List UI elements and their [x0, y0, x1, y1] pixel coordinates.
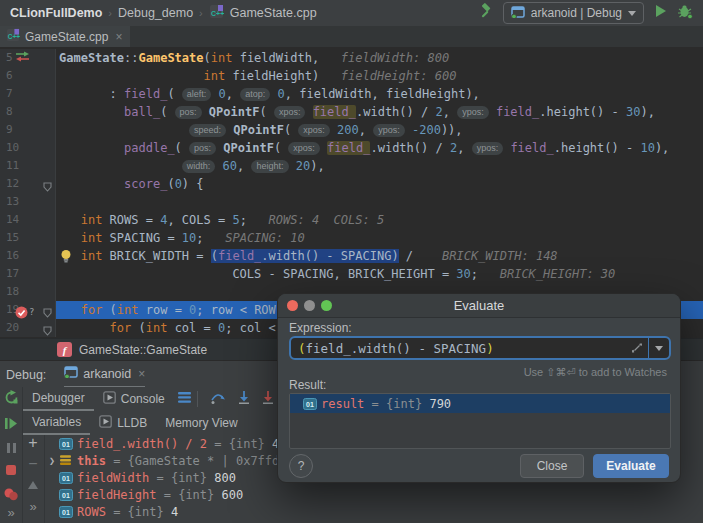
close-session-icon[interactable]: ×	[138, 367, 145, 381]
tab-console[interactable]: Console	[94, 387, 174, 411]
step-into-icon[interactable]	[238, 391, 250, 407]
pause-icon[interactable]	[0, 442, 22, 454]
variable-row[interactable]: 01ROWS = {int} 4	[45, 503, 703, 520]
result-row[interactable]: 01 result = {int} 790	[290, 394, 670, 413]
code-line-6[interactable]: 6 int fieldHeight) fieldHeight: 600	[0, 67, 703, 85]
gutter[interactable]: 20	[0, 319, 56, 337]
tab-lldb-label: LLDB	[117, 416, 147, 430]
code-text[interactable]: int BRICK_WIDTH = (field_.width() - SPAC…	[56, 247, 703, 265]
debug-button[interactable]	[677, 4, 693, 23]
gutter[interactable]: 7	[0, 85, 56, 103]
code-line-5[interactable]: 5GameState::GameState(int fieldWidth, fi…	[0, 49, 703, 67]
view-breakpoints-icon[interactable]	[0, 487, 22, 501]
run-button[interactable]	[654, 4, 667, 22]
step-over-icon[interactable]	[210, 391, 226, 407]
code-text[interactable]	[56, 193, 703, 211]
navigate-arrows-icon[interactable]	[15, 51, 30, 62]
rerun-icon[interactable]	[0, 390, 22, 405]
resume-icon[interactable]	[0, 417, 22, 430]
cpp-file-icon: C++	[209, 4, 224, 22]
code-line-10[interactable]: 10 paddle_( pos: QPointF( xpos: field_.w…	[0, 139, 703, 157]
zoom-window-icon[interactable]	[321, 300, 332, 311]
code-line-14[interactable]: 14 int ROWS = 4, COLS = 5; ROWS: 4 COLS:…	[0, 211, 703, 229]
code-text[interactable]: : field_( aleft: 0, atop: 0, fieldWidth,…	[56, 85, 703, 103]
code-text[interactable]: paddle_( pos: QPointF( xpos: field_.widt…	[56, 139, 703, 157]
breadcrumb-function[interactable]: GameState::GameState	[79, 343, 207, 357]
force-step-into-icon[interactable]	[262, 391, 274, 407]
gutter[interactable]: 13	[0, 193, 56, 211]
expression-input[interactable]: (field_.width() - SPACING)	[289, 336, 671, 360]
help-button[interactable]: ?	[289, 454, 313, 478]
gutter[interactable]: 11	[0, 157, 56, 175]
variable-row[interactable]: 01fieldHeight = {int} 600	[45, 486, 703, 503]
code-text[interactable]: width: 60, height: 20),	[56, 157, 703, 175]
tab-variables[interactable]: Variables	[23, 411, 90, 435]
gutter[interactable]: 6	[0, 67, 56, 85]
code-text[interactable]: int ROWS = 4, COLS = 5; ROWS: 4 COLS: 5	[56, 211, 703, 229]
dialog-title-bar[interactable]: Evaluate	[278, 294, 680, 318]
more-chevrons-icon[interactable]: »	[22, 499, 44, 514]
value-01-icon: 01	[59, 489, 77, 501]
breadcrumb-file[interactable]: GameState.cpp	[230, 6, 317, 20]
tab-lldb[interactable]: LLDB	[90, 411, 156, 435]
close-button[interactable]: Close	[520, 454, 584, 478]
layout-settings-icon[interactable]	[178, 392, 191, 406]
debug-session-tab[interactable]: arkanoid ×	[64, 361, 145, 388]
gutter[interactable]: 12	[0, 175, 56, 193]
close-window-icon[interactable]	[287, 300, 298, 311]
remove-watch-minus-icon[interactable]: −	[22, 455, 44, 473]
code-text[interactable]: score_(0) {	[56, 175, 703, 193]
gutter[interactable]: 5	[0, 49, 56, 67]
code-line-7[interactable]: 7 : field_( aleft: 0, atop: 0, fieldWidt…	[0, 85, 703, 103]
gutter[interactable]: 9	[0, 121, 56, 139]
expression-history-dropdown[interactable]	[649, 346, 669, 351]
stop-icon[interactable]	[0, 464, 22, 476]
svg-text:01: 01	[306, 400, 314, 407]
gutter[interactable]: 19?	[0, 301, 56, 319]
code-line-15[interactable]: 15 int SPACING = 10; SPACING: 10	[0, 229, 703, 247]
code-line-12[interactable]: 12 score_(0) {	[0, 175, 703, 193]
build-hammer-icon[interactable]	[477, 3, 493, 23]
tab-memory-view[interactable]: Memory View	[156, 411, 246, 435]
code-text[interactable]: ball_( pos: QPointF( xpos: field_.width(…	[56, 103, 703, 121]
run-configuration-select[interactable]: arkanoid | Debug	[503, 2, 644, 24]
code-line-11[interactable]: 11 width: 60, height: 20),	[0, 157, 703, 175]
code-line-13[interactable]: 13	[0, 193, 703, 211]
expand-expression-icon[interactable]	[631, 338, 643, 358]
code-text[interactable]: int fieldHeight) fieldHeight: 600	[56, 67, 703, 85]
close-tab-icon[interactable]: ×	[115, 30, 122, 44]
gutter[interactable]: 14	[0, 211, 56, 229]
tab-debugger-label: Debugger	[32, 391, 85, 405]
line-number: 14	[6, 211, 19, 229]
result-tree[interactable]: 01 result = {int} 790	[289, 393, 671, 449]
gutter[interactable]: 16	[0, 247, 56, 265]
gutter[interactable]: 8	[0, 103, 56, 121]
code-line-8[interactable]: 8 ball_( pos: QPointF( xpos: field_.widt…	[0, 103, 703, 121]
gutter[interactable]: 15	[0, 229, 56, 247]
code-text[interactable]: COLS - SPACING, BRICK_HEIGHT = 30; BRICK…	[56, 265, 703, 283]
chevron-right-icon[interactable]: ❯	[45, 455, 59, 466]
line-number: 12	[6, 175, 19, 193]
tab-debugger[interactable]: Debugger	[23, 387, 94, 411]
code-text[interactable]: speed: QPointF( xpos: 200, ypos: -200)),	[56, 121, 703, 139]
breadcrumb-folder[interactable]: Debug_demo	[118, 6, 193, 20]
breadcrumb-project[interactable]: CLionFullDemo	[10, 6, 102, 20]
gutter[interactable]: 17	[0, 265, 56, 283]
code-text[interactable]: int SPACING = 10; SPACING: 10	[56, 229, 703, 247]
evaluate-button[interactable]: Evaluate	[593, 454, 669, 478]
gutter[interactable]: 10	[0, 139, 56, 157]
variable-value: 800	[214, 471, 236, 485]
code-line-17[interactable]: 17 COLS - SPACING, BRICK_HEIGHT = 30; BR…	[0, 265, 703, 283]
tab-gamestate-cpp[interactable]: C++ GameState.cpp ×	[0, 26, 130, 49]
more-actions-chevrons-icon[interactable]: »	[0, 505, 22, 520]
gutter[interactable]: 18	[0, 283, 56, 301]
run-config-app-icon	[511, 6, 525, 21]
line-number: 8	[6, 103, 13, 121]
triangle-up-icon[interactable]	[22, 481, 44, 489]
code-text[interactable]: GameState::GameState(int fieldWidth, fie…	[56, 49, 703, 67]
variable-name: ROWS	[77, 505, 106, 519]
code-line-9[interactable]: 9 speed: QPointF( xpos: 200, ypos: -200)…	[0, 121, 703, 139]
minimize-window-icon[interactable]	[304, 300, 315, 311]
code-line-16[interactable]: 16 int BRICK_WIDTH = (field_.width() - S…	[0, 247, 703, 265]
add-watch-plus-icon[interactable]: +	[22, 434, 44, 452]
